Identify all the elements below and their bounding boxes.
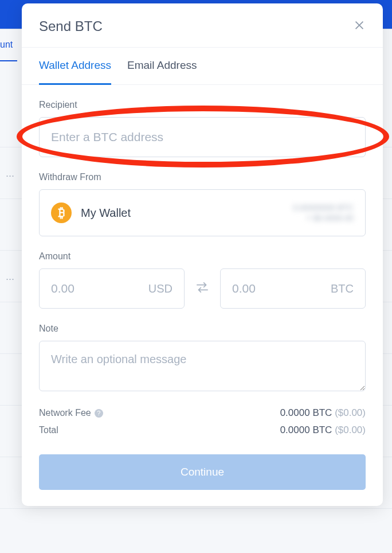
swap-icon — [195, 281, 210, 294]
note-label: Note — [39, 324, 366, 334]
network-fee-label: Network Fee ? — [39, 408, 103, 418]
modal-header: Send BTC — [22, 3, 383, 47]
network-fee-btc: 0.0000 BTC — [280, 407, 332, 418]
wallet-name: My Wallet — [81, 207, 284, 220]
tab-wallet-address[interactable]: Wallet Address — [39, 48, 111, 85]
network-fee-value: 0.0000 BTC ($0.00) — [280, 407, 366, 419]
total-label: Total — [39, 425, 58, 435]
withdraw-from-label: Withdraw From — [39, 172, 366, 182]
bitcoin-icon: ₿ — [51, 202, 72, 223]
send-tabs: Wallet Address Email Address — [22, 47, 383, 85]
wallet-balance-primary: 0.00000000 BTC — [293, 202, 354, 213]
total-value: 0.0000 BTC ($0.00) — [280, 425, 366, 436]
total-btc: 0.0000 BTC — [280, 425, 332, 435]
amount-btc-input[interactable] — [232, 282, 317, 295]
amount-btc-box: BTC — [220, 268, 366, 309]
help-icon[interactable]: ? — [95, 409, 103, 418]
swap-currency-button[interactable] — [193, 279, 212, 298]
send-btc-modal: Send BTC Wallet Address Email Address Re… — [22, 3, 383, 506]
note-section: Note — [39, 324, 366, 394]
amount-usd-box: USD — [39, 268, 185, 309]
continue-button[interactable]: Continue — [39, 454, 366, 490]
recipient-label: Recipient — [39, 100, 366, 110]
btc-currency-label: BTC — [331, 282, 354, 295]
background-nav-fragment: unt — [0, 29, 17, 61]
withdraw-from-selector[interactable]: ₿ My Wallet 0.00000000 BTC = $0.0000.00 — [39, 189, 366, 236]
note-textarea[interactable] — [39, 341, 366, 391]
total-usd: ($0.00) — [335, 425, 366, 435]
tab-email-address[interactable]: Email Address — [127, 48, 197, 84]
wallet-balance-secondary: = $0.0000.00 — [293, 213, 354, 223]
wallet-balance: 0.00000000 BTC = $0.0000.00 — [293, 202, 354, 223]
recipient-input[interactable] — [39, 117, 366, 157]
close-icon — [353, 19, 366, 32]
amount-row: USD BTC — [39, 268, 366, 309]
network-fee-usd: ($0.00) — [335, 407, 366, 418]
close-button[interactable] — [353, 19, 366, 34]
usd-currency-label: USD — [148, 282, 173, 295]
recipient-input-wrap — [39, 117, 366, 157]
form-body: Recipient Withdraw From ₿ My Wallet 0.00… — [22, 85, 383, 506]
network-fee-text: Network Fee — [39, 408, 91, 418]
modal-title: Send BTC — [39, 18, 103, 34]
total-row: Total 0.0000 BTC ($0.00) — [39, 425, 366, 436]
amount-usd-input[interactable] — [51, 282, 136, 295]
network-fee-row: Network Fee ? 0.0000 BTC ($0.00) — [39, 407, 366, 419]
amount-label: Amount — [39, 251, 366, 262]
